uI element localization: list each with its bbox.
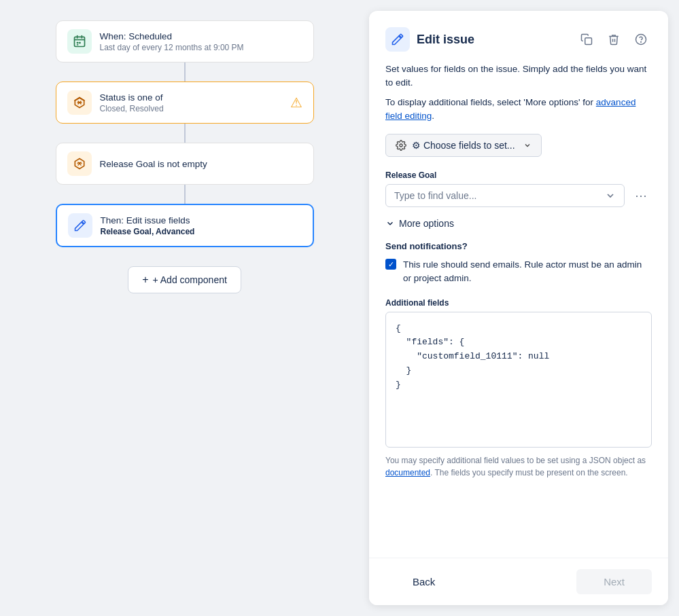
send-notifications-title: Send notifications? [385,241,652,251]
panel-desc-1: Set values for fields on the issue. Simp… [385,62,652,90]
choose-fields-chevron-icon [523,141,532,149]
checkmark-icon: ✓ [388,260,394,269]
release-goal-text: Release Goal is not empty [100,159,302,169]
svg-rect-0 [74,37,84,46]
svg-rect-5 [79,42,81,44]
release-goal-chevron-icon [605,190,616,201]
add-component-button[interactable]: + + Add component [128,266,241,293]
scheduled-title: When: Scheduled [100,31,302,41]
status-title: Status is one of [100,92,282,103]
panel-actions [576,29,652,50]
edit-icon [68,213,92,238]
connector-3 [184,185,186,204]
help-button[interactable] [630,29,652,50]
release-goal-label: Release Goal [385,170,652,180]
choose-fields-label: ⚙ Choose fields to set... [412,140,515,151]
connector-2 [184,124,186,143]
more-options-toggle[interactable]: More options [385,218,652,229]
release-goal-input[interactable]: Type to find value... [385,184,625,207]
svg-rect-8 [585,38,592,45]
panel-header: Edit issue [385,27,652,52]
back-button[interactable]: Back [385,569,462,594]
delete-button[interactable] [603,29,625,50]
edit-issue-title: Then: Edit issue fields [101,215,302,225]
panel-title-icon [385,27,410,52]
copy-button[interactable] [576,29,597,50]
send-notifications-section: Send notifications? ✓ This rule should s… [385,241,652,286]
status-subtitle: Closed, Resolved [100,104,282,113]
scheduled-subtitle: Last day of every 12 months at 9:00 PM [100,43,302,52]
flow-item-status[interactable]: Status is one of Closed, Resolved ⚠ [56,81,314,124]
status-icon [67,90,92,115]
send-emails-checkbox[interactable]: ✓ [385,259,396,270]
warning-icon: ⚠ [290,94,302,111]
scheduled-icon [67,29,92,54]
edit-issue-text: Then: Edit issue fields Release Goal, Ad… [101,215,302,236]
more-options-label: More options [399,218,454,229]
more-options-chevron-icon [385,219,395,228]
release-goal-icon [67,151,92,176]
panel-title: Edit issue [417,33,474,47]
edit-issue-subtitle: Release Goal, Advanced [101,227,302,236]
release-goal-title: Release Goal is not empty [100,159,302,169]
status-text: Status is one of Closed, Resolved [100,92,282,113]
plus-icon: + [142,274,148,286]
help-text: You may specify additional field values … [385,454,652,479]
right-panel-content: Edit issue [369,11,668,558]
flow-item-release-goal[interactable]: Release Goal is not empty [56,143,314,185]
additional-fields-label: Additional fields [385,298,652,308]
svg-rect-6 [76,44,78,46]
next-button[interactable]: Next [576,569,652,594]
panel-desc-2: To display additional fields, select 'Mo… [385,96,652,124]
connector-1 [184,62,186,81]
flow-item-edit-issue[interactable]: Then: Edit issue fields Release Goal, Ad… [56,204,314,247]
release-goal-placeholder: Type to find value... [394,190,476,201]
additional-fields-section: Additional fields { "fields": { "customf… [385,298,652,479]
panel-footer: Back Next [369,558,668,605]
release-goal-row: Type to find value... ⋯ [385,184,652,207]
panel-title-group: Edit issue [385,27,474,52]
svg-rect-4 [76,42,78,44]
checkbox-label: This rule should send emails. Rule actor… [403,258,652,286]
release-goal-more-button[interactable]: ⋯ [630,185,652,206]
flow-item-scheduled[interactable]: When: Scheduled Last day of every 12 mon… [56,20,314,62]
add-component-label: + Add component [152,274,226,285]
left-panel: When: Scheduled Last day of every 12 mon… [0,0,369,616]
checkbox-row: ✓ This rule should send emails. Rule act… [385,258,652,286]
choose-fields-button[interactable]: ⚙ Choose fields to set... [385,134,542,157]
code-editor[interactable]: { "fields": { "customfield_10111": null … [385,312,652,448]
svg-point-11 [400,144,402,147]
release-goal-field: Release Goal Type to find value... ⋯ [385,170,652,207]
scheduled-text: When: Scheduled Last day of every 12 mon… [100,31,302,52]
documented-link[interactable]: documented [385,468,430,477]
right-panel: Edit issue [369,11,668,605]
